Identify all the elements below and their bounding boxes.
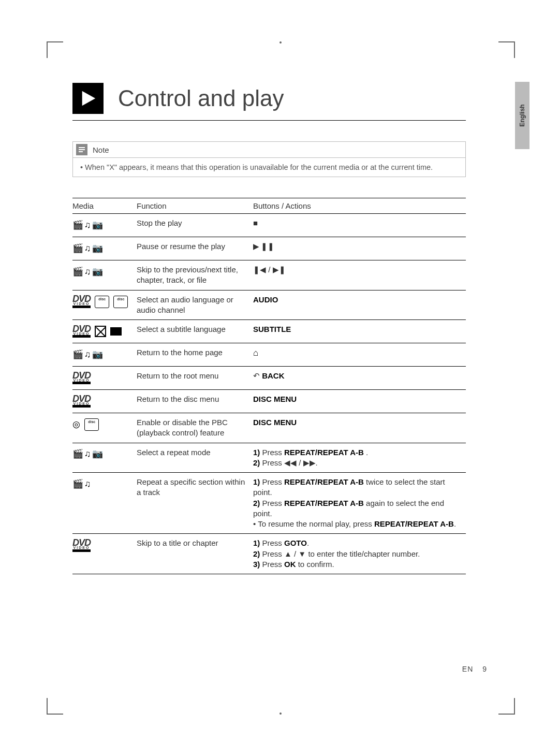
- title-row: Control and play: [72, 83, 466, 121]
- table-row: 🎬♫📷 Return to the home page ⌂: [72, 343, 466, 367]
- actions-cell: ❚◀ / ▶❚: [253, 260, 466, 290]
- function-cell: Return to the disc menu: [137, 390, 253, 413]
- footer-page: 9: [482, 665, 487, 673]
- media-cell: 🎬♫📷: [72, 343, 137, 367]
- table-row: DVDVIDEO disc disc Select an audio langu…: [72, 290, 466, 320]
- function-cell: Select a subtitle language: [137, 320, 253, 343]
- function-cell: Return to the root menu: [137, 367, 253, 390]
- footer-lang: EN: [462, 665, 473, 673]
- actions-cell: ⌂: [253, 343, 466, 367]
- language-tab-label: English: [519, 104, 526, 126]
- table-row: DVDVIDEO Select a subtitle language SUBT…: [72, 320, 466, 343]
- function-cell: Skip to the previous/next title, chapter…: [137, 260, 253, 290]
- crop-mark: [498, 698, 515, 715]
- actions-cell: 1) Press GOTO.2) Press ▲ / ▼ to enter th…: [253, 534, 466, 574]
- table-row: DVDVIDEO Skip to a title or chapter 1) P…: [72, 534, 466, 574]
- table-row: 🎬♫📷 Pause or resume the play ▶ ❚❚: [72, 237, 466, 260]
- note-text: When "X" appears, it means that this ope…: [85, 163, 433, 171]
- svg-rect-1: [79, 147, 85, 148]
- crop-dot: [280, 713, 282, 715]
- note-body: • When "X" appears, it means that this o…: [73, 157, 465, 177]
- crop-dot: [280, 41, 282, 43]
- media-cell: DVDVIDEO: [72, 367, 137, 390]
- note-head: Note: [73, 142, 465, 157]
- actions-cell: 1) Press REPEAT/REPEAT A-B twice to sele…: [253, 473, 466, 534]
- function-cell: Pause or resume the play: [137, 237, 253, 260]
- controls-table: Media Function Buttons / Actions 🎬♫📷 Sto…: [72, 198, 466, 574]
- page: English Control and play Note • When "X"…: [0, 0, 559, 756]
- crop-mark: [47, 41, 63, 58]
- page-title: Control and play: [118, 85, 284, 111]
- table-row: 🎬♫📷 Skip to the previous/next title, cha…: [72, 260, 466, 290]
- col-actions: Buttons / Actions: [253, 198, 466, 214]
- table-row: 🎬♫📷 Stop the play ■: [72, 214, 466, 237]
- col-media: Media: [72, 198, 137, 214]
- actions-cell: ▶ ❚❚: [253, 237, 466, 260]
- note-icon: [76, 144, 87, 155]
- media-cell: DVDVIDEO: [72, 390, 137, 413]
- table-row: 🎬♫📷 Select a repeat mode 1) Press REPEAT…: [72, 443, 466, 473]
- function-cell: Select a repeat mode: [137, 443, 253, 473]
- table-row: ◎ disc Enable or disable the PBC (playba…: [72, 413, 466, 443]
- function-cell: Skip to a title or chapter: [137, 534, 253, 574]
- table-row: 🎬♫ Repeat a specific section within a tr…: [72, 473, 466, 534]
- note-box: Note • When "X" appears, it means that t…: [72, 141, 466, 177]
- media-cell: 🎬♫📷: [72, 214, 137, 237]
- note-label: Note: [93, 146, 109, 154]
- actions-cell: ↶ BACK: [253, 367, 466, 390]
- media-cell: ◎ disc: [72, 413, 137, 443]
- media-cell: DVDVIDEO: [72, 534, 137, 574]
- media-cell: 🎬♫📷: [72, 237, 137, 260]
- media-cell: DVDVIDEO disc disc: [72, 290, 137, 320]
- function-cell: Repeat a specific section within a track: [137, 473, 253, 534]
- function-cell: Stop the play: [137, 214, 253, 237]
- actions-cell: DISC MENU: [253, 413, 466, 443]
- media-cell: 🎬♫📷: [72, 260, 137, 290]
- table-row: DVDVIDEO Return to the disc menu DISC ME…: [72, 390, 466, 413]
- function-cell: Enable or disable the PBC (playback cont…: [137, 413, 253, 443]
- media-cell: DVDVIDEO: [72, 320, 137, 343]
- actions-cell: 1) Press REPEAT/REPEAT A-B .2) Press ◀◀ …: [253, 443, 466, 473]
- crop-mark: [47, 698, 63, 715]
- svg-rect-2: [79, 149, 85, 150]
- play-icon: [72, 83, 104, 114]
- media-cell: 🎬♫: [72, 473, 137, 534]
- actions-cell: SUBTITLE: [253, 320, 466, 343]
- svg-rect-3: [79, 151, 83, 152]
- svg-marker-0: [82, 91, 96, 106]
- table-row: DVDVIDEO Return to the root menu ↶ BACK: [72, 367, 466, 390]
- language-tab: English: [515, 82, 529, 149]
- actions-cell: AUDIO: [253, 290, 466, 320]
- media-cell: 🎬♫📷: [72, 443, 137, 473]
- footer: EN 9: [462, 665, 487, 673]
- function-cell: Return to the home page: [137, 343, 253, 367]
- actions-cell: ■: [253, 214, 466, 237]
- crop-mark: [498, 41, 515, 58]
- actions-cell: DISC MENU: [253, 390, 466, 413]
- content: Control and play Note • When "X" appears…: [72, 83, 466, 574]
- col-function: Function: [137, 198, 253, 214]
- function-cell: Select an audio language or audio channe…: [137, 290, 253, 320]
